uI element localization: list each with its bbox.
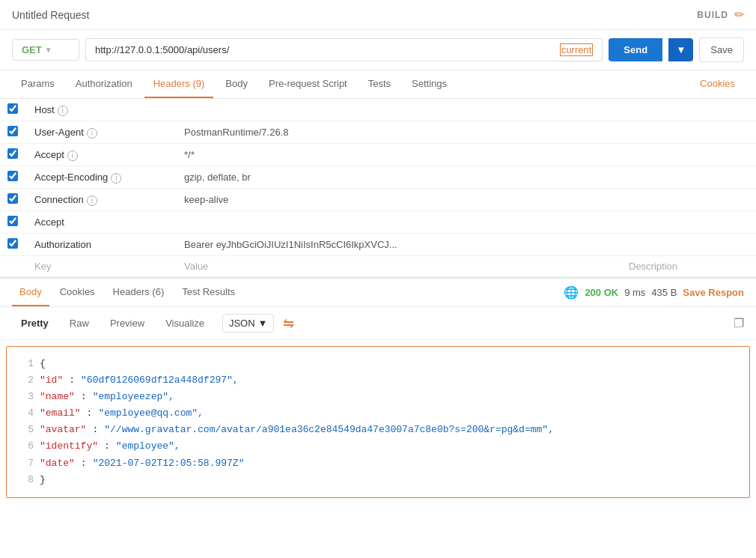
format-arrow: ▼ <box>258 318 268 329</box>
tab-settings[interactable]: Settings <box>403 70 456 98</box>
checkbox-cell[interactable] <box>0 189 27 211</box>
method-dropdown-arrow: ▼ <box>45 46 52 54</box>
format-label: JSON <box>229 318 255 329</box>
checkbox-cell[interactable] <box>0 99 27 121</box>
json-key: "email" <box>40 405 81 422</box>
headers-table: Hosti User-Agenti PostmanRuntime/7.26.8 … <box>0 99 756 277</box>
request-title: Untitled Request <box>12 9 90 21</box>
placeholder-desc[interactable]: Description <box>621 256 756 277</box>
url-prefix: http://127.0.0.1:5000/api/users/ <box>95 44 560 55</box>
response-section: Body Cookies Headers (6) Test Results 🌐 … <box>0 277 756 498</box>
json-value: "60df0126069df12a448df297", <box>81 372 239 389</box>
line-number: 5 <box>19 422 34 438</box>
response-time: 9 ms <box>624 287 645 298</box>
tab-params[interactable]: Params <box>12 70 64 98</box>
tab-tests[interactable]: Tests <box>359 70 400 98</box>
row-checkbox[interactable] <box>7 126 18 136</box>
row-checkbox[interactable] <box>7 216 18 226</box>
json-line: 3"name": "employeezep", <box>19 389 737 405</box>
tab-cookies[interactable]: Cookies <box>691 70 744 98</box>
info-icon: i <box>87 195 97 206</box>
json-value: "employee", <box>116 438 180 455</box>
save-button[interactable]: Save <box>699 37 744 62</box>
header-key: Accepti <box>27 144 177 166</box>
row-checkbox[interactable] <box>7 238 18 249</box>
line-number: 4 <box>19 405 34 422</box>
table-row: Accept <box>0 211 756 234</box>
send-dropdown-button[interactable]: ▼ <box>668 38 693 61</box>
row-checkbox[interactable] <box>7 171 18 181</box>
title-bar-actions: BUILD ✏ <box>697 7 744 22</box>
row-checkbox[interactable] <box>7 103 18 114</box>
header-value <box>177 211 621 234</box>
resp-tab-headers[interactable]: Headers (6) <box>106 279 172 306</box>
json-value: "employee@qq.com", <box>98 405 203 422</box>
json-line: 4"email": "employee@qq.com", <box>19 405 737 422</box>
json-brace: { <box>40 356 46 372</box>
build-button[interactable]: BUILD <box>697 10 728 20</box>
header-key: Connectioni <box>27 189 177 211</box>
header-desc <box>621 166 756 189</box>
save-response-button[interactable]: Save Respon <box>683 287 744 298</box>
format-select[interactable]: JSON ▼ <box>222 314 275 333</box>
line-number: 7 <box>19 455 34 472</box>
tab-pre-request-script[interactable]: Pre-request Script <box>260 70 356 98</box>
send-button[interactable]: Send <box>609 38 662 61</box>
view-visualize[interactable]: Visualize <box>156 313 213 333</box>
json-line: 1{ <box>19 356 737 372</box>
url-input[interactable]: http://127.0.0.1:5000/api/users/current <box>85 38 603 61</box>
method-select[interactable]: GET ▼ <box>12 39 79 61</box>
row-checkbox[interactable] <box>7 148 18 159</box>
placeholder-key[interactable]: Key <box>27 256 177 277</box>
header-desc <box>621 99 756 121</box>
table-row: User-Agenti PostmanRuntime/7.26.8 <box>0 121 756 144</box>
line-number: 6 <box>19 438 34 455</box>
headers-section: Hosti User-Agenti PostmanRuntime/7.26.8 … <box>0 99 756 277</box>
header-key: Accept <box>27 211 177 234</box>
checkbox-cell[interactable] <box>0 211 27 234</box>
header-value: keep-alive <box>177 189 621 211</box>
response-meta: 🌐 200 OK 9 ms 435 B Save Respon <box>564 285 744 300</box>
checkbox-cell[interactable] <box>0 144 27 166</box>
resp-tab-test-results[interactable]: Test Results <box>174 279 243 306</box>
wrap-icon[interactable]: ⇋ <box>283 315 294 332</box>
tab-authorization[interactable]: Authorization <box>67 70 141 98</box>
line-number: 1 <box>19 356 34 372</box>
view-raw[interactable]: Raw <box>61 313 98 333</box>
header-key: Hosti <box>27 99 177 121</box>
line-number: 2 <box>19 372 34 389</box>
resp-tab-cookies[interactable]: Cookies <box>52 279 103 306</box>
view-preview[interactable]: Preview <box>101 313 153 333</box>
edit-icon[interactable]: ✏ <box>734 7 744 22</box>
title-bar: Untitled Request BUILD ✏ <box>0 0 756 30</box>
json-key: "date" <box>40 455 75 472</box>
checkbox-cell[interactable] <box>0 121 27 144</box>
checkbox-cell[interactable] <box>0 234 27 256</box>
header-value: Bearer eyJhbGciOiJIUzI1NiIsInR5cCI6IkpXV… <box>177 234 621 256</box>
json-key: "avatar" <box>40 422 86 438</box>
url-highlight: current <box>560 43 593 56</box>
resp-tab-body[interactable]: Body <box>12 279 49 306</box>
checkbox-cell[interactable] <box>0 166 27 189</box>
header-desc <box>621 121 756 144</box>
json-key: "name" <box>40 389 75 405</box>
view-pretty[interactable]: Pretty <box>12 313 58 333</box>
table-row: Connectioni keep-alive <box>0 189 756 211</box>
info-icon: i <box>58 106 68 116</box>
placeholder-value[interactable]: Value <box>177 256 621 277</box>
line-number: 8 <box>19 472 34 488</box>
copy-icon[interactable]: ❐ <box>734 316 744 330</box>
header-value: */* <box>177 144 621 166</box>
header-desc <box>621 189 756 211</box>
tab-body[interactable]: Body <box>216 70 257 98</box>
response-tabs: Body Cookies Headers (6) Test Results 🌐 … <box>0 279 756 307</box>
info-icon: i <box>67 151 78 161</box>
header-value: gzip, deflate, br <box>177 166 621 189</box>
header-desc <box>621 234 756 256</box>
json-value: "//www.gravatar.com/avatar/a901ea36c2e84… <box>104 422 554 438</box>
row-checkbox[interactable] <box>7 193 18 204</box>
method-label: GET <box>22 44 42 55</box>
json-line: 6"identify": "employee", <box>19 438 737 455</box>
tab-headers[interactable]: Headers (9) <box>144 70 214 98</box>
json-line: 8} <box>19 472 737 488</box>
